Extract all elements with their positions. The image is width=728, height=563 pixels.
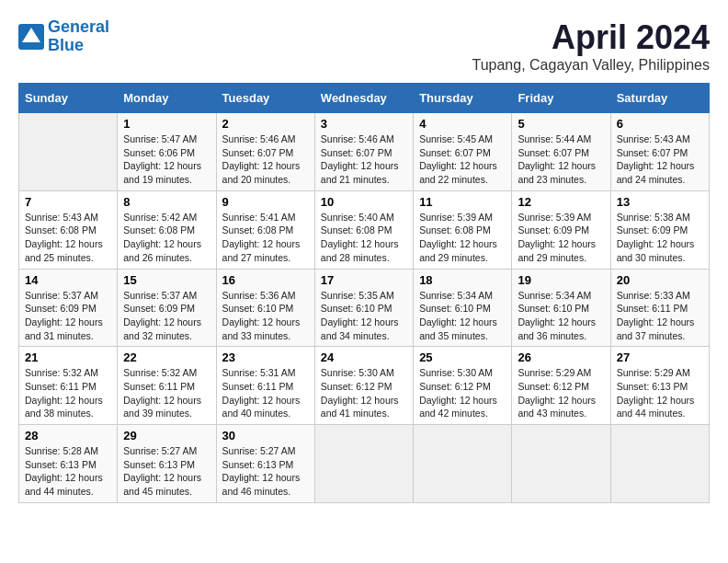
calendar-cell: 2Sunrise: 5:46 AMSunset: 6:07 PMDaylight… — [216, 113, 314, 191]
day-number: 2 — [222, 117, 309, 131]
header-day-tuesday: Tuesday — [216, 84, 314, 113]
day-info: Sunrise: 5:34 AMSunset: 6:10 PMDaylight:… — [518, 289, 604, 343]
day-info: Sunrise: 5:35 AMSunset: 6:10 PMDaylight:… — [321, 289, 407, 343]
day-info: Sunrise: 5:44 AMSunset: 6:07 PMDaylight:… — [518, 132, 604, 187]
day-info: Sunrise: 5:31 AMSunset: 6:11 PMDaylight:… — [222, 366, 309, 420]
calendar-cell — [414, 425, 512, 503]
day-info: Sunrise: 5:29 AMSunset: 6:13 PMDaylight:… — [617, 366, 703, 420]
day-info: Sunrise: 5:32 AMSunset: 6:11 PMDaylight:… — [25, 366, 111, 420]
header-day-sunday: Sunday — [19, 84, 118, 113]
day-number: 7 — [25, 195, 111, 209]
week-row-5: 28Sunrise: 5:28 AMSunset: 6:13 PMDayligh… — [19, 425, 710, 503]
day-number: 11 — [419, 195, 506, 209]
calendar-cell — [19, 113, 118, 191]
calendar-cell: 13Sunrise: 5:38 AMSunset: 6:09 PMDayligh… — [610, 190, 709, 269]
calendar-cell: 30Sunrise: 5:27 AMSunset: 6:13 PMDayligh… — [216, 425, 314, 503]
header-row: SundayMondayTuesdayWednesdayThursdayFrid… — [19, 84, 710, 113]
calendar-cell: 15Sunrise: 5:37 AMSunset: 6:09 PMDayligh… — [118, 269, 216, 347]
day-info: Sunrise: 5:30 AMSunset: 6:12 PMDaylight:… — [419, 366, 506, 420]
calendar-cell: 3Sunrise: 5:46 AMSunset: 6:07 PMDaylight… — [314, 113, 413, 191]
calendar-cell: 25Sunrise: 5:30 AMSunset: 6:12 PMDayligh… — [414, 347, 512, 425]
day-info: Sunrise: 5:37 AMSunset: 6:09 PMDaylight:… — [123, 289, 210, 343]
day-number: 27 — [617, 350, 703, 364]
day-info: Sunrise: 5:32 AMSunset: 6:11 PMDaylight:… — [123, 366, 210, 420]
day-number: 20 — [617, 273, 703, 287]
calendar-cell: 19Sunrise: 5:34 AMSunset: 6:10 PMDayligh… — [512, 269, 610, 347]
day-info: Sunrise: 5:46 AMSunset: 6:07 PMDaylight:… — [222, 132, 309, 187]
header-day-friday: Friday — [512, 84, 610, 113]
day-number: 4 — [419, 117, 506, 131]
header-day-saturday: Saturday — [610, 84, 709, 113]
week-row-2: 7Sunrise: 5:43 AMSunset: 6:08 PMDaylight… — [19, 190, 710, 269]
day-number: 29 — [123, 429, 210, 442]
day-number: 24 — [321, 350, 407, 364]
page-header: General Blue April 2024 Tupang, Cagayan … — [18, 18, 710, 74]
day-info: Sunrise: 5:27 AMSunset: 6:13 PMDaylight:… — [123, 444, 210, 499]
calendar-table: SundayMondayTuesdayWednesdayThursdayFrid… — [18, 83, 710, 503]
calendar-cell: 8Sunrise: 5:42 AMSunset: 6:08 PMDaylight… — [118, 190, 216, 269]
day-info: Sunrise: 5:33 AMSunset: 6:11 PMDaylight:… — [617, 289, 703, 343]
day-info: Sunrise: 5:40 AMSunset: 6:08 PMDaylight:… — [321, 211, 407, 265]
day-info: Sunrise: 5:41 AMSunset: 6:08 PMDaylight:… — [222, 211, 309, 265]
calendar-cell: 17Sunrise: 5:35 AMSunset: 6:10 PMDayligh… — [314, 269, 413, 347]
day-number: 23 — [222, 350, 309, 364]
day-info: Sunrise: 5:39 AMSunset: 6:08 PMDaylight:… — [419, 211, 506, 265]
header-day-thursday: Thursday — [414, 84, 512, 113]
calendar-cell: 1Sunrise: 5:47 AMSunset: 6:06 PMDaylight… — [118, 113, 216, 191]
title-section: April 2024 Tupang, Cagayan Valley, Phili… — [472, 18, 710, 74]
day-number: 13 — [617, 195, 703, 209]
day-number: 30 — [222, 429, 309, 442]
logo: General Blue — [18, 18, 109, 55]
calendar-cell: 28Sunrise: 5:28 AMSunset: 6:13 PMDayligh… — [19, 425, 118, 503]
week-row-3: 14Sunrise: 5:37 AMSunset: 6:09 PMDayligh… — [19, 269, 710, 347]
day-info: Sunrise: 5:37 AMSunset: 6:09 PMDaylight:… — [25, 289, 111, 343]
day-info: Sunrise: 5:34 AMSunset: 6:10 PMDaylight:… — [419, 289, 506, 343]
calendar-cell — [610, 425, 709, 503]
day-number: 3 — [321, 117, 407, 131]
day-number: 19 — [518, 273, 604, 287]
calendar-cell: 23Sunrise: 5:31 AMSunset: 6:11 PMDayligh… — [216, 347, 314, 425]
calendar-cell: 26Sunrise: 5:29 AMSunset: 6:12 PMDayligh… — [512, 347, 610, 425]
calendar-cell: 9Sunrise: 5:41 AMSunset: 6:08 PMDaylight… — [216, 190, 314, 269]
day-number: 16 — [222, 273, 309, 287]
day-info: Sunrise: 5:47 AMSunset: 6:06 PMDaylight:… — [123, 132, 210, 187]
calendar-cell: 5Sunrise: 5:44 AMSunset: 6:07 PMDaylight… — [512, 113, 610, 191]
day-info: Sunrise: 5:28 AMSunset: 6:13 PMDaylight:… — [25, 444, 111, 499]
day-info: Sunrise: 5:30 AMSunset: 6:12 PMDaylight:… — [321, 366, 407, 420]
day-number: 8 — [123, 195, 210, 209]
day-number: 1 — [123, 117, 210, 131]
day-number: 18 — [419, 273, 506, 287]
calendar-cell: 4Sunrise: 5:45 AMSunset: 6:07 PMDaylight… — [414, 113, 512, 191]
calendar-cell: 7Sunrise: 5:43 AMSunset: 6:08 PMDaylight… — [19, 190, 118, 269]
day-info: Sunrise: 5:39 AMSunset: 6:09 PMDaylight:… — [518, 211, 604, 265]
day-number: 9 — [222, 195, 309, 209]
day-number: 10 — [321, 195, 407, 209]
calendar-cell: 18Sunrise: 5:34 AMSunset: 6:10 PMDayligh… — [414, 269, 512, 347]
day-number: 22 — [123, 350, 210, 364]
location-title: Tupang, Cagayan Valley, Philippines — [472, 57, 710, 74]
day-info: Sunrise: 5:27 AMSunset: 6:13 PMDaylight:… — [222, 444, 309, 499]
day-number: 15 — [123, 273, 210, 287]
day-info: Sunrise: 5:38 AMSunset: 6:09 PMDaylight:… — [617, 211, 703, 265]
header-day-wednesday: Wednesday — [314, 84, 413, 113]
day-info: Sunrise: 5:45 AMSunset: 6:07 PMDaylight:… — [419, 132, 506, 187]
calendar-cell: 14Sunrise: 5:37 AMSunset: 6:09 PMDayligh… — [19, 269, 118, 347]
calendar-cell — [314, 425, 413, 503]
logo-text: General Blue — [48, 18, 109, 55]
calendar-cell: 29Sunrise: 5:27 AMSunset: 6:13 PMDayligh… — [118, 425, 216, 503]
day-number: 26 — [518, 350, 604, 364]
day-info: Sunrise: 5:43 AMSunset: 6:07 PMDaylight:… — [617, 132, 703, 187]
week-row-4: 21Sunrise: 5:32 AMSunset: 6:11 PMDayligh… — [19, 347, 710, 425]
calendar-cell: 11Sunrise: 5:39 AMSunset: 6:08 PMDayligh… — [414, 190, 512, 269]
day-number: 12 — [518, 195, 604, 209]
day-number: 28 — [25, 429, 111, 442]
calendar-cell: 22Sunrise: 5:32 AMSunset: 6:11 PMDayligh… — [118, 347, 216, 425]
day-info: Sunrise: 5:36 AMSunset: 6:10 PMDaylight:… — [222, 289, 309, 343]
calendar-cell: 12Sunrise: 5:39 AMSunset: 6:09 PMDayligh… — [512, 190, 610, 269]
calendar-cell: 10Sunrise: 5:40 AMSunset: 6:08 PMDayligh… — [314, 190, 413, 269]
day-info: Sunrise: 5:42 AMSunset: 6:08 PMDaylight:… — [123, 211, 210, 265]
day-number: 21 — [25, 350, 111, 364]
header-day-monday: Monday — [118, 84, 216, 113]
logo-icon — [18, 24, 44, 50]
calendar-cell: 20Sunrise: 5:33 AMSunset: 6:11 PMDayligh… — [610, 269, 709, 347]
